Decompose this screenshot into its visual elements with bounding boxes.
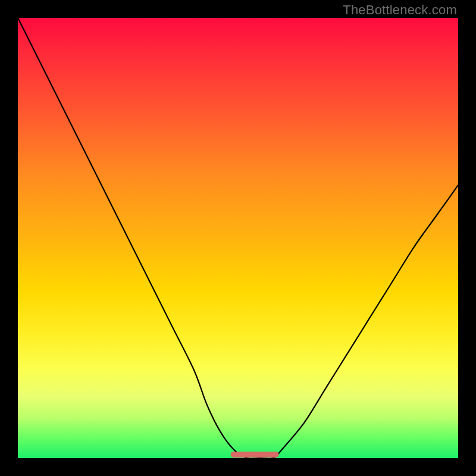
bottleneck-curve — [18, 18, 458, 458]
chart-overlay — [18, 18, 458, 458]
watermark-text: TheBottleneck.com — [343, 2, 457, 18]
chart-frame: TheBottleneck.com — [0, 0, 476, 476]
plot-area — [18, 18, 458, 458]
